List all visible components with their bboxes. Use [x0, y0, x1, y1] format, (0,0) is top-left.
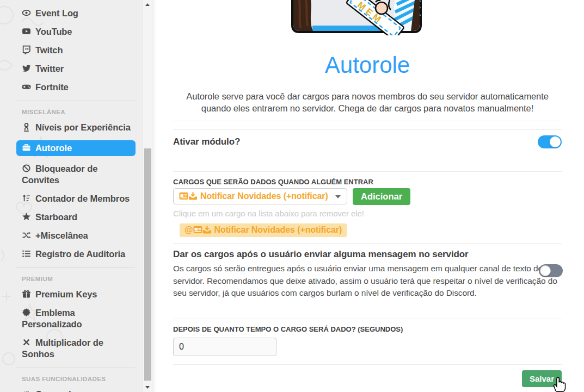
sidebar-item-fortnite[interactable]: Fortnite [22, 82, 135, 93]
star-icon [22, 212, 32, 221]
sidebar: Event Log YouTube Twitch Twitter Fortnit… [0, 0, 143, 392]
divider [16, 267, 135, 268]
role-chip[interactable]: @Notificar Novidades (+notificar) [180, 223, 347, 237]
mascot-image: MEM [173, 0, 562, 35]
remove-role-hint: Clique em um cargo na lista abaixo para … [173, 209, 562, 218]
divider [16, 368, 135, 368]
toggle-knob [540, 265, 551, 276]
sidebar-item-comandos-personalizados[interactable]: Comandos Personalizados [22, 389, 135, 392]
roles-section: CARGOS QUE SERÃO DADOS QUANDO ALGUÉM ENT… [173, 171, 562, 243]
briefcase-icon [22, 143, 32, 152]
download-icon [202, 226, 212, 234]
sidebar-item-label: Níveis por Experiência [35, 122, 131, 132]
app-window: Event Log YouTube Twitch Twitter Fortnit… [0, 0, 584, 392]
main-content: MEM Autorole Autorole serve para você da… [152, 0, 584, 392]
list-icon [22, 249, 32, 258]
page-title: Autorole [173, 53, 562, 77]
section-header-suas-funcionalidades: SUAS FUNCIONALIDADES [22, 376, 143, 382]
role-select-value: Notificar Novidades (+notificar) [179, 191, 328, 201]
sidebar-item-multiplicador-de-sonhos[interactable]: Multiplicador de Sonhos [22, 337, 135, 360]
eye-icon [22, 8, 32, 17]
sidebar-scrollbar[interactable] [143, 0, 152, 392]
sidebar-item-contador-de-membros[interactable]: Contador de Membros [22, 193, 135, 204]
sidebar-nav: Event Log YouTube Twitch Twitter Fortnit… [0, 0, 143, 392]
code-icon [22, 389, 32, 392]
activate-module-row: Ativar módulo? [173, 129, 562, 171]
add-role-button[interactable]: Adicionar [353, 188, 410, 205]
sidebar-item-label: Premium Keys [35, 289, 97, 299]
sidebar-item-event-log[interactable]: Event Log [22, 8, 135, 19]
sidebar-item-autorole[interactable]: Autorole [16, 140, 136, 156]
gift-icon [22, 289, 32, 298]
chevron-down-icon [335, 195, 341, 198]
sidebar-item-label: YouTube [35, 27, 72, 36]
numeric-sort-icon [22, 194, 32, 203]
sidebar-item-twitch[interactable]: Twitch [22, 45, 135, 56]
role-chip-prefix: @ [185, 225, 193, 234]
sidebar-item-premium-keys[interactable]: Premium Keys [22, 289, 135, 300]
role-select-row: Notificar Novidades (+notificar) Adicion… [173, 188, 562, 205]
gamepad-icon [22, 82, 32, 91]
ban-icon [22, 164, 32, 173]
sidebar-item-label: Contador de Membros [35, 194, 130, 203]
toggle-knob [550, 136, 561, 147]
scrollbar-down-arrow[interactable] [143, 383, 152, 392]
sidebar-item-starboard[interactable]: Starboard [22, 211, 135, 223]
sidebar-item-twitter[interactable]: Twitter [22, 63, 135, 74]
sidebar-item-bloqueador-de-convites[interactable]: Bloqueador de Convites [22, 163, 135, 186]
delay-section: DEPOIS DE QUANTO TEMPO O CARGO SERÁ DADO… [173, 319, 562, 364]
twitter-icon [22, 64, 32, 73]
sidebar-item-label: +Miscelânea [35, 231, 88, 240]
activate-module-label: Ativar módulo? [173, 136, 240, 147]
badge-icon [22, 308, 32, 317]
sidebar-item-label: Event Log [35, 8, 78, 18]
role-chip-label: Notificar Novidades (+notificar) [214, 225, 342, 234]
save-button[interactable]: Salvar [522, 370, 562, 387]
message-requirement-section: Dar os cargos após o usuário enviar algu… [173, 243, 562, 319]
delay-input[interactable] [173, 338, 276, 356]
divider [16, 101, 135, 101]
sidebar-item-label: Bloqueador de Convites [22, 164, 97, 185]
sidebar-item-label: Twitter [35, 64, 64, 73]
role-select[interactable]: Notificar Novidades (+notificar) [173, 188, 347, 204]
message-requirement-heading: Dar os cargos após o usuário enviar algu… [173, 249, 562, 260]
sidebar-item-niveis-por-experiencia[interactable]: Níveis por Experiência [22, 122, 135, 133]
roles-label: CARGOS QUE SERÃO DADOS QUANDO ALGUÉM ENT… [173, 178, 562, 186]
sidebar-item-label: Starboard [35, 212, 77, 222]
section-header-miscelanea: MISCELÂNEA [22, 109, 143, 115]
activate-module-toggle[interactable] [538, 135, 562, 148]
scrollbar-thumb[interactable] [144, 148, 151, 381]
youtube-icon [22, 27, 32, 36]
sidebar-item-miscelanea[interactable]: +Miscelânea [22, 230, 135, 241]
twitch-icon [22, 45, 32, 54]
message-requirement-body: Os cargos só serão entregues após o usuá… [173, 263, 562, 300]
sidebar-item-label: Fortnite [35, 82, 69, 92]
divider [173, 121, 562, 121]
card-icon [193, 226, 202, 234]
sidebar-item-label: Autorole [35, 143, 72, 153]
module-description: Autorole serve para você dar cargos para… [175, 90, 560, 114]
sidebar-item-emblema-personalizado[interactable]: Emblema Personalizado [22, 307, 135, 330]
section-header-premium: PREMIUM [22, 276, 143, 282]
sidebar-item-youtube[interactable]: YouTube [22, 26, 135, 38]
sidebar-item-label: Registro de Auditoria [35, 249, 125, 259]
experience-icon [22, 122, 32, 132]
close-icon [22, 338, 32, 347]
sidebar-item-label: Multiplicador de Sonhos [22, 338, 103, 359]
sidebar-item-label: Twitch [35, 45, 63, 55]
shuffle-icon [22, 231, 32, 240]
sidebar-item-registro-de-auditoria[interactable]: Registro de Auditoria [22, 248, 135, 260]
scrollbar-up-arrow[interactable] [143, 0, 152, 9]
save-row: Salvar [173, 364, 562, 387]
message-requirement-toggle[interactable] [539, 264, 563, 277]
delay-label: DEPOIS DE QUANTO TEMPO O CARGO SERÁ DADO… [173, 325, 562, 333]
card-icon [179, 192, 188, 200]
download-icon [188, 192, 198, 200]
